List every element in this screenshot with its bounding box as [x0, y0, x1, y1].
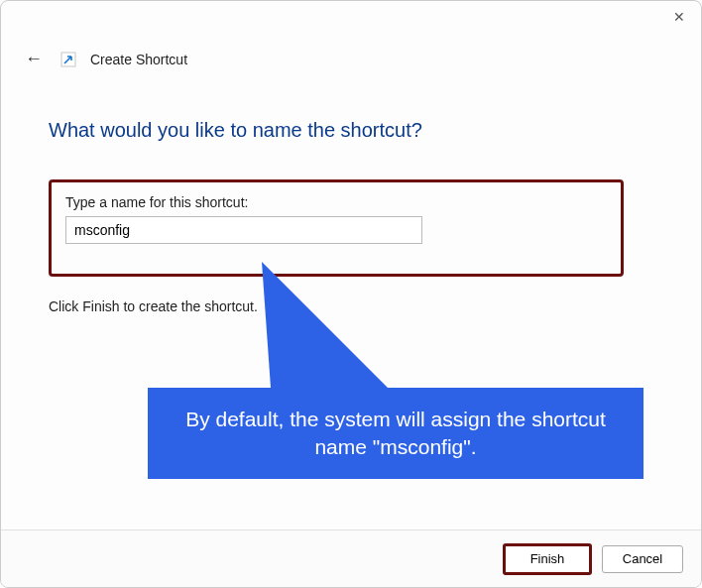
shortcut-name-input[interactable] — [65, 216, 422, 244]
input-highlight-box: Type a name for this shortcut: — [49, 179, 624, 277]
titlebar: ✕ — [1, 1, 701, 41]
shortcut-name-label: Type a name for this shortcut: — [65, 194, 607, 210]
page-question: What would you like to name the shortcut… — [49, 119, 653, 142]
annotation-callout: By default, the system will assign the s… — [148, 388, 644, 479]
wizard-content: What would you like to name the shortcut… — [1, 73, 701, 314]
close-icon: ✕ — [673, 9, 685, 25]
wizard-title: Create Shortcut — [90, 52, 187, 67]
close-button[interactable]: ✕ — [657, 1, 701, 33]
wizard-hint: Click Finish to create the shortcut. — [49, 298, 653, 314]
back-button[interactable]: ← — [21, 45, 47, 73]
wizard-footer: Finish Cancel — [1, 529, 701, 587]
cancel-button[interactable]: Cancel — [602, 545, 683, 573]
callout-text: By default, the system will assign the s… — [168, 406, 624, 462]
shortcut-arrow-icon — [60, 52, 76, 67]
wizard-header: ← Create Shortcut — [1, 45, 701, 73]
finish-button[interactable]: Finish — [503, 543, 592, 575]
